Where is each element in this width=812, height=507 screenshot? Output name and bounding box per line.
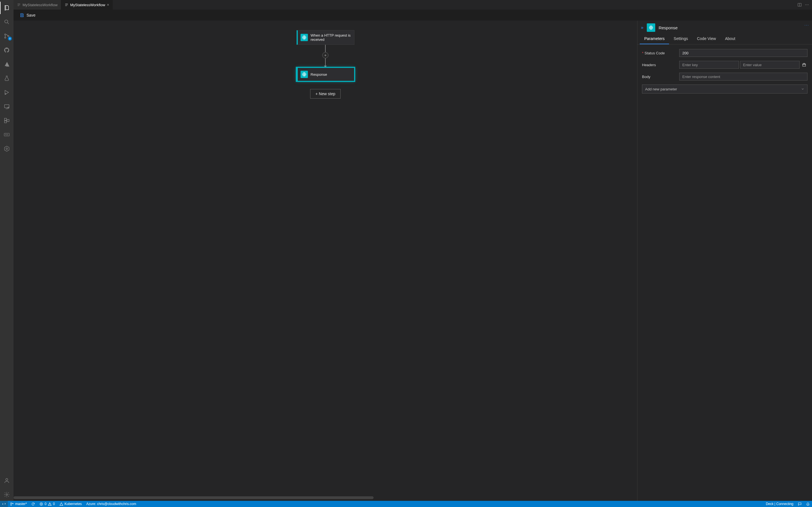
workflow-canvas[interactable]: When a HTTP request is received + Respon…	[13, 20, 637, 501]
svg-point-15	[6, 494, 8, 496]
remote-explorer-icon[interactable]	[0, 100, 13, 113]
svg-text:SQL: SQL	[5, 134, 9, 136]
tab-label: MyStatelessWorkflow	[22, 3, 57, 7]
close-icon[interactable]: ×	[107, 3, 109, 7]
trigger-node[interactable]: When a HTTP request is received	[297, 30, 354, 45]
svg-point-0	[5, 20, 8, 23]
accounts-icon[interactable]	[0, 474, 13, 487]
svg-point-19	[808, 4, 809, 5]
remote-indicator[interactable]	[0, 501, 8, 507]
header-key-input[interactable]	[679, 61, 739, 69]
tab-settings[interactable]: Settings	[669, 34, 693, 44]
status-feedback-icon[interactable]	[796, 501, 804, 507]
sql-icon[interactable]: SQL	[0, 128, 13, 141]
svg-rect-23	[803, 64, 806, 66]
editor-toolbar: Save	[13, 10, 812, 20]
trigger-label: When a HTTP request is received	[311, 33, 351, 42]
response-node[interactable]: Response	[297, 68, 354, 81]
svg-marker-12	[4, 146, 9, 151]
tab-label: MyStatelessWorkflow	[70, 3, 105, 7]
kubernetes-icon[interactable]	[0, 143, 13, 155]
svg-rect-8	[4, 121, 6, 123]
status-code-label: *Status Code	[642, 51, 676, 55]
body-label: Body	[642, 75, 676, 79]
save-icon	[20, 13, 24, 17]
svg-point-24	[11, 503, 11, 503]
explorer-icon[interactable]	[0, 2, 13, 14]
svg-point-1	[4, 34, 6, 35]
status-deck[interactable]: Deck | Connecting	[763, 501, 796, 507]
tab-stateless-workflow-inactive[interactable]: MyStatelessWorkflow	[13, 0, 61, 10]
status-azure[interactable]: Azure: chris@cloudwithchris.com	[84, 501, 139, 507]
svg-point-17	[805, 4, 806, 5]
more-icon[interactable]	[805, 3, 809, 7]
search-icon[interactable]	[0, 16, 13, 28]
tab-bar: MyStatelessWorkflow MyStatelessWorkflow …	[13, 0, 812, 10]
status-bar: master* 0 0 Kubernetes Azure: chris@clou…	[0, 501, 812, 507]
svg-point-2	[4, 37, 6, 38]
split-editor-icon[interactable]	[797, 3, 802, 7]
scm-badge: 9	[8, 37, 12, 41]
run-debug-icon[interactable]	[0, 86, 13, 99]
add-parameter-select[interactable]: Add new parameter	[642, 84, 808, 94]
status-sync[interactable]	[29, 501, 37, 507]
panel-tabs: Parameters Settings Code View About	[638, 34, 812, 45]
tab-code-view[interactable]: Code View	[693, 34, 720, 44]
list-icon	[64, 3, 68, 7]
github-icon[interactable]	[0, 44, 13, 56]
svg-point-25	[11, 504, 11, 505]
tab-parameters[interactable]: Parameters	[640, 34, 669, 44]
add-parameter-label: Add new parameter	[645, 87, 677, 91]
details-panel: » Response ··· Parameters Settings Code …	[637, 20, 812, 501]
chevron-down-icon	[801, 87, 804, 91]
status-problems[interactable]: 0 0	[37, 501, 57, 507]
headers-label: Headers	[642, 63, 676, 67]
svg-rect-7	[4, 118, 6, 120]
switch-mode-icon[interactable]	[801, 62, 808, 67]
collapse-panel-icon[interactable]: »	[641, 25, 644, 30]
settings-gear-icon[interactable]	[0, 489, 13, 501]
testing-icon[interactable]	[0, 72, 13, 84]
svg-point-13	[6, 148, 8, 150]
azure-icon[interactable]	[0, 58, 13, 70]
panel-title: Response	[659, 25, 678, 30]
body-input[interactable]	[679, 73, 808, 80]
status-branch[interactable]: master*	[8, 501, 29, 507]
http-trigger-icon	[301, 34, 308, 41]
status-code-input[interactable]	[679, 49, 808, 57]
activity-bar: 9 SQL	[0, 0, 13, 501]
svg-point-18	[807, 4, 807, 5]
list-icon	[17, 3, 21, 7]
tab-stateless-workflow-active[interactable]: MyStatelessWorkflow ×	[61, 0, 113, 10]
response-header-icon	[647, 23, 655, 32]
svg-point-3	[8, 36, 9, 37]
horizontal-scrollbar[interactable]	[13, 496, 635, 499]
source-control-icon[interactable]: 9	[0, 30, 13, 42]
response-label: Response	[311, 72, 327, 76]
extensions-icon[interactable]	[0, 114, 13, 127]
response-icon	[301, 71, 308, 78]
status-bell-icon[interactable]	[804, 501, 812, 507]
tab-about[interactable]: About	[720, 34, 740, 44]
save-label: Save	[27, 13, 36, 17]
add-step-button[interactable]: +	[322, 52, 328, 58]
svg-point-14	[6, 478, 8, 481]
header-value-input[interactable]	[740, 61, 800, 69]
panel-menu-icon[interactable]: ···	[804, 23, 809, 27]
status-kubernetes[interactable]: Kubernetes	[57, 501, 84, 507]
svg-rect-9	[7, 119, 9, 121]
new-step-button[interactable]: + New step	[310, 89, 341, 99]
save-button[interactable]: Save	[18, 12, 37, 18]
